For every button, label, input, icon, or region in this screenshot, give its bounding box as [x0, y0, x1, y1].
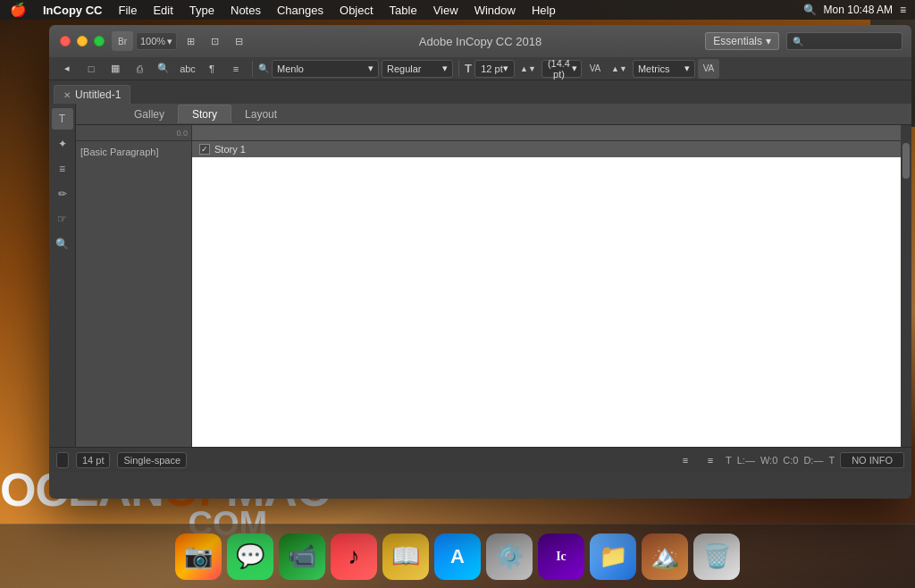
layout-btn-2[interactable]: ⊡ — [204, 31, 225, 51]
apple-menu[interactable]: 🍎 — [0, 2, 36, 18]
tb-list-btn[interactable]: ≡ — [225, 59, 247, 79]
leading-chevron: ▾ — [572, 63, 577, 74]
status-line: L:— — [737, 455, 755, 466]
layout-btn-1[interactable]: ⊞ — [180, 31, 201, 51]
menubar-help[interactable]: Help — [525, 3, 563, 18]
tab-layout[interactable]: Layout — [231, 105, 290, 123]
font-size-field[interactable]: 12 pt ▾ — [474, 60, 515, 78]
menubar-view[interactable]: View — [426, 3, 466, 18]
leading-value: (14.4 pt) — [546, 58, 572, 80]
kerning-icon[interactable]: VA — [584, 59, 606, 79]
va-btn[interactable]: VA — [698, 59, 719, 79]
story-content: ✓ Story 1 — [192, 141, 901, 472]
kerning-arrows[interactable]: ▲▼ — [609, 59, 630, 79]
close-button[interactable] — [60, 36, 71, 46]
tool-story[interactable]: ≡ — [52, 158, 73, 180]
vertical-scrollbar[interactable] — [901, 141, 911, 472]
status-icon-1[interactable]: ≡ — [675, 450, 696, 470]
dock-messages[interactable]: 💬 — [227, 533, 273, 580]
app-window: Br 100% ▾ ⊞ ⊡ ⊟ Adobe InCopy CC 2018 Ess… — [49, 25, 911, 499]
scroll-thumb[interactable] — [902, 143, 910, 179]
menubar-edit[interactable]: Edit — [146, 3, 180, 18]
status-char: C:0 — [783, 455, 798, 466]
search-input[interactable] — [803, 36, 896, 46]
dock-finder[interactable]: 📁 — [590, 533, 636, 580]
dock-photos2[interactable]: 🏔️ — [642, 533, 688, 580]
menubar-changes[interactable]: Changes — [270, 3, 331, 18]
status-depth: D:— — [803, 455, 823, 466]
tb-print-btn[interactable]: ⎙ — [129, 59, 150, 79]
document-tab[interactable]: ✕ Untitled-1 — [54, 85, 130, 104]
main-content-area: T ✦ ≡ ✏ ☞ 🔍 Galley Story Layout 0.0 — [49, 104, 911, 472]
scrollbar-top — [901, 125, 911, 141]
tab-galley[interactable]: Galley — [121, 105, 178, 123]
menubar-time: Mon 10:48 AM — [824, 4, 893, 16]
document-tabs-bar: ✕ Untitled-1 — [49, 80, 911, 104]
dock-music[interactable]: ♪ — [331, 533, 377, 580]
tool-pencil[interactable]: ✏ — [52, 183, 73, 205]
menubar-type[interactable]: Type — [182, 3, 222, 18]
essentials-chevron: ▾ — [766, 35, 771, 47]
tb-para-btn[interactable]: ¶ — [201, 59, 222, 79]
maximize-button[interactable] — [94, 36, 105, 46]
story-checkbox[interactable]: ✓ — [199, 144, 210, 155]
metrics-dropdown[interactable]: Metrics ▾ — [633, 60, 695, 78]
dock-facetime[interactable]: 📹 — [279, 533, 325, 580]
inner-content: [Basic Paragraph] ✓ Story 1 — [76, 141, 911, 472]
para-style-label: [Basic Paragraph] — [76, 144, 191, 160]
tool-hand[interactable]: ☞ — [52, 208, 73, 230]
ruler-row: 0.0 — [76, 125, 911, 141]
document-area: ✕ Untitled-1 T ✦ ≡ ✏ ☞ 🔍 Galley Story — [49, 80, 911, 472]
style-dropdown[interactable]: Regular ▾ — [382, 60, 453, 78]
layout-btn-3[interactable]: ⊟ — [228, 31, 249, 51]
font-size-value: 12 pt — [481, 63, 502, 74]
zoom-dropdown[interactable]: 100% ▾ — [136, 32, 177, 50]
menubar-table[interactable]: Table — [382, 3, 424, 18]
tab-close-icon[interactable]: ✕ — [63, 90, 71, 100]
tool-text[interactable]: T — [52, 108, 73, 130]
menubar-search-icon[interactable]: 🔍 — [803, 4, 817, 16]
menubar-control-icon[interactable]: ≡ — [900, 4, 906, 16]
status-spacing: Single-space — [117, 452, 187, 468]
essentials-button[interactable]: Essentials ▾ — [705, 32, 779, 50]
editing-canvas[interactable] — [192, 157, 901, 472]
font-dropdown[interactable]: Menlo ▾ — [272, 60, 379, 78]
tab-story[interactable]: Story — [178, 105, 231, 123]
menubar-notes[interactable]: Notes — [223, 3, 268, 18]
dock-incopy-label: Ic — [556, 550, 567, 564]
status-empty — [56, 452, 69, 468]
style-chevron: ▾ — [442, 63, 448, 74]
menubar-file[interactable]: File — [111, 3, 144, 18]
traffic-lights — [49, 36, 105, 46]
menubar-window[interactable]: Window — [467, 3, 523, 18]
tool-star[interactable]: ✦ — [52, 133, 73, 155]
leading-field[interactable]: (14.4 pt) ▾ — [541, 60, 582, 78]
menubar-app-name[interactable]: InCopy CC — [36, 3, 109, 18]
no-info-button[interactable]: NO INFO — [840, 452, 904, 468]
dock-sysprefs[interactable]: ⚙️ — [486, 533, 533, 580]
menubar-object[interactable]: Object — [332, 3, 381, 18]
title-bar: Br 100% ▾ ⊞ ⊡ ⊟ Adobe InCopy CC 2018 Ess… — [49, 25, 911, 57]
status-icon-2[interactable]: ≡ — [700, 450, 721, 470]
dock-incopy[interactable]: Ic — [538, 533, 584, 580]
apple-icon[interactable]: 🍎 — [10, 2, 27, 18]
zoom-value: 100% — [140, 36, 165, 46]
size-arrows[interactable]: ▲▼ — [517, 59, 539, 79]
menubar-items: InCopy CC File Edit Type Notes Changes O… — [36, 3, 803, 18]
tb-search-btn[interactable]: 🔍 — [153, 59, 174, 79]
dock-trash[interactable]: 🗑️ — [693, 533, 740, 580]
tb-arrow-btn[interactable]: ◂ — [56, 59, 78, 79]
dock-photos[interactable]: 📷 — [175, 533, 222, 580]
font-chevron: ▾ — [368, 63, 374, 74]
tb-file-btn[interactable]: ▦ — [105, 59, 126, 79]
search-box[interactable]: 🔍 — [786, 32, 902, 50]
bridge-button[interactable]: Br — [112, 31, 133, 51]
minimize-button[interactable] — [77, 36, 88, 46]
tb-spell-btn[interactable]: abc — [177, 59, 198, 79]
dock-appstore[interactable]: A — [434, 533, 481, 580]
left-ruler: 0.0 — [76, 125, 192, 141]
tool-zoom[interactable]: 🔍 — [52, 233, 73, 255]
dock: 📷 💬 📹 ♪ 📖 A ⚙️ Ic 📁 🏔️ 🗑️ — [0, 524, 915, 588]
dock-books[interactable]: 📖 — [382, 533, 429, 580]
tb-open-btn[interactable]: □ — [80, 59, 102, 79]
